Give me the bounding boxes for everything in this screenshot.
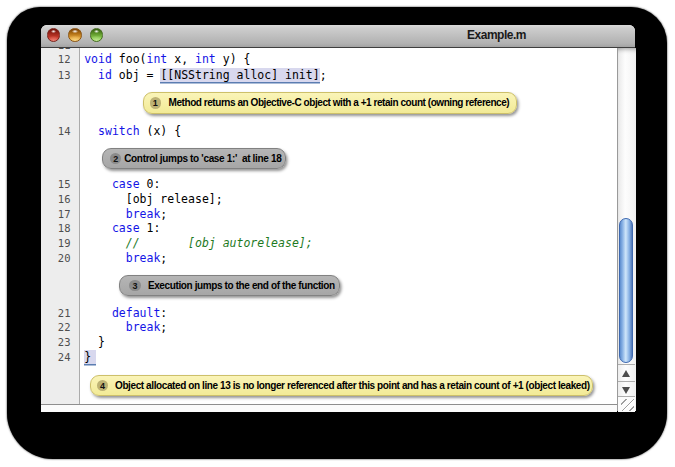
step-badge: 3 — [129, 280, 141, 292]
code-line: // [obj autorelease]; — [84, 236, 312, 251]
line-number: 23 — [58, 335, 71, 350]
code-segment: id — [98, 68, 112, 82]
code-segment: break — [126, 207, 161, 221]
code-segment — [84, 221, 112, 235]
step-badge: 2 — [110, 153, 122, 165]
line-number: 21 — [58, 306, 71, 321]
code-segment: default — [112, 306, 160, 320]
code-segment: // [obj autorelease]; — [84, 236, 312, 250]
window-title: Example.m — [436, 25, 558, 47]
code-line: [obj release]; — [84, 192, 222, 207]
step-badge: 4 — [97, 380, 109, 392]
code-segment: obj = — [112, 68, 160, 82]
code-segment: int — [195, 52, 216, 66]
code-line: case 0: — [84, 177, 160, 192]
code-segment: ; — [320, 68, 327, 82]
code-segment — [84, 177, 112, 191]
down-arrow-icon — [622, 387, 630, 394]
code-line: break; — [84, 251, 167, 266]
code-segment: 1: — [140, 221, 161, 235]
code-segment — [84, 207, 126, 221]
resize-grip[interactable] — [618, 396, 635, 412]
minimize-button[interactable] — [68, 28, 82, 42]
line-number: 13 — [58, 68, 71, 83]
line-number: 24 — [58, 350, 71, 365]
code-line: void foo(int x, int y) { — [84, 52, 250, 67]
code-segment: } — [84, 335, 105, 349]
code-segment: ; — [160, 207, 167, 221]
code-segment: switch — [98, 124, 140, 138]
code-segment: y) { — [216, 52, 251, 66]
code-segment: break — [126, 251, 161, 265]
analyzer-bubble-3[interactable]: 3Execution jumps to the end of the funct… — [119, 275, 340, 297]
code-segment: void — [84, 52, 112, 66]
horizontal-scrollbar-track[interactable] — [41, 404, 617, 412]
line-number: 15 — [58, 177, 71, 192]
close-button[interactable] — [47, 28, 61, 42]
code-segment: 0: — [140, 177, 161, 191]
code-editor[interactable]: void foo(int x, int y) { id obj = [[NSSt… — [80, 48, 617, 404]
line-number: 20 — [58, 251, 71, 266]
code-segment: ; — [160, 320, 167, 334]
code-line: switch (x) { — [84, 124, 181, 139]
bubble-text: Object allocated on line 13 is no longer… — [115, 376, 590, 396]
bubble-text: Method returns an Objective-C object wit… — [169, 93, 510, 113]
title-bar[interactable]: Example.m — [41, 25, 635, 48]
vertical-scrollbar[interactable] — [617, 48, 636, 411]
code-segment: break — [126, 320, 161, 334]
up-arrow-icon — [622, 370, 630, 377]
step-badge: 1 — [150, 97, 162, 109]
code-line: break; — [84, 320, 167, 335]
line-number: 22 — [58, 320, 71, 335]
zoom-button[interactable] — [90, 28, 104, 42]
highlighted-code: [[NSString alloc] init] — [160, 68, 319, 82]
code-segment — [84, 251, 126, 265]
code-segment — [84, 306, 112, 320]
line-number: 17 — [58, 207, 71, 222]
code-segment: [obj release]; — [84, 192, 222, 206]
code-segment: x, — [167, 52, 195, 66]
code-line: default: — [84, 306, 167, 321]
code-segment — [84, 124, 98, 138]
analyzer-bubble-1[interactable]: 1Method returns an Objective-C object wi… — [143, 92, 517, 114]
highlighted-code: } — [84, 350, 95, 364]
code-line: case 1: — [84, 221, 160, 236]
code-segment — [84, 320, 126, 334]
scroll-up-button[interactable] — [618, 364, 635, 381]
bubble-text: Control jumps to 'case 1:' at line 18 — [124, 149, 281, 169]
resize-grip-icon — [621, 399, 634, 411]
code-segment: case — [112, 177, 140, 191]
scroll-down-button[interactable] — [618, 381, 635, 397]
line-number: 18 — [58, 221, 71, 236]
code-segment: ; — [160, 251, 167, 265]
code-segment: case — [112, 221, 140, 235]
code-line: } — [84, 350, 95, 365]
line-number: 19 — [58, 236, 71, 251]
code-segment — [84, 68, 98, 82]
scrollbar-thumb[interactable] — [619, 218, 633, 363]
code-line: } — [84, 335, 105, 350]
bubble-text: Execution jumps to the end of the functi… — [148, 276, 335, 296]
line-number: 16 — [58, 192, 71, 207]
code-segment: : — [160, 306, 167, 320]
code-segment: (x) { — [140, 124, 182, 138]
editor-window: Example.m 1112131415161718192021222324 v… — [41, 25, 635, 411]
code-line: id obj = [[NSString alloc] init]; — [84, 68, 326, 83]
code-segment: foo( — [112, 52, 147, 66]
line-number-gutter: 1112131415161718192021222324 — [41, 48, 80, 404]
line-number: 12 — [58, 52, 71, 67]
analyzer-bubble-4[interactable]: 4Object allocated on line 13 is no longe… — [90, 375, 594, 397]
line-number: 14 — [58, 124, 71, 139]
code-line: break; — [84, 207, 167, 222]
analyzer-bubble-2[interactable]: 2Control jumps to 'case 1:' at line 18 — [102, 148, 286, 170]
code-segment: int — [147, 52, 168, 66]
